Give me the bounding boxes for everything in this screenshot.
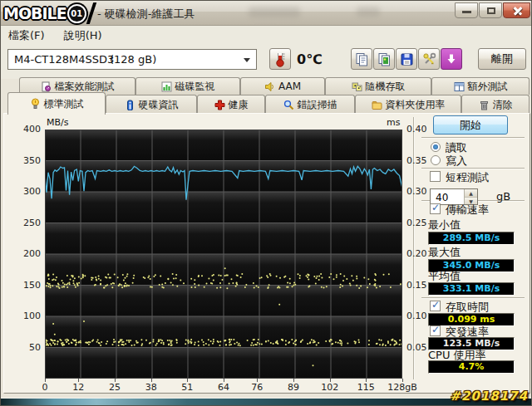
temperature-value: 0℃ [297,51,323,67]
tab-disk-info[interactable]: 硬碟資訊 [106,95,197,114]
tab-erase[interactable]: 清除 [461,95,530,114]
close-button[interactable] [503,2,530,18]
lamp-icon [30,98,41,110]
tab-label: 隨機存取 [366,80,406,94]
x-tick-mark [293,379,294,382]
short-test-label[interactable]: 短程測試 [446,170,489,185]
download-button[interactable] [441,48,462,70]
window-controls [454,2,530,18]
y-right-tick: 0.15 [406,280,436,291]
maximize-icon [487,7,495,14]
burst-rate-checkbox[interactable]: ✓ [430,325,441,336]
menu-file[interactable]: 檔案(F) [1,26,52,43]
title-bar[interactable]: MOBILE 01 - 硬碟檢測-維護工具 [1,1,532,26]
tab-label: 硬碟資訊 [139,98,179,112]
y-left-tick: 200 [12,248,41,259]
tab-random-access[interactable]: 隨機存取 [325,77,431,95]
menu-help[interactable]: 說明(H) [57,26,110,43]
check-icon: ✓ [431,324,440,335]
menu-bar: 檔案(F) 說明(H) [1,26,532,44]
tab-error-scan[interactable]: 錯誤掃描 [265,95,355,114]
x-tick-mark [45,379,46,382]
y-right-axis-unit: ms [387,117,400,128]
mobile01-logo-text: MOBILE [3,4,66,22]
disk-monitor-icon [161,81,172,92]
tab-health[interactable]: 健康 [197,95,265,114]
tab-label: 健康 [229,98,249,112]
avg-value: 333.1 MB/s [428,282,515,296]
radio-dot [433,144,438,149]
tab-label: 標準測試 [44,97,84,111]
mobile01-logo-badge: 01 [67,4,86,23]
x-tick-mark [257,379,258,382]
x-tick: 64 [207,382,240,393]
temperature-button[interactable] [269,48,291,70]
app-window: MOBILE 01 - 硬碟檢測-維護工具 檔案(F) 說明(H) M4-CT1… [0,0,532,406]
x-tick: 38 [135,382,168,393]
tab-label: 磁碟監視 [175,80,215,94]
speaker-icon [264,81,275,92]
copy-image-icon [377,52,392,66]
dice-icon [352,81,362,92]
x-tick-mark [151,379,152,382]
write-radio-label[interactable]: 寫入 [446,154,467,169]
tab-extra-test[interactable]: 額外測試 [431,77,530,95]
x-tick-mark [78,379,79,382]
x-tick: 128gB [386,382,419,393]
transfer-rate-label[interactable]: 傳輸速率 [446,203,489,218]
tab-aam[interactable]: AAM [240,77,325,95]
tab-label: 額外測試 [468,80,508,94]
tab-label: 檔案效能測試 [55,80,115,94]
copy-text-button[interactable] [351,48,372,70]
trash-icon [479,100,490,110]
health-cross-icon [214,100,225,110]
maximize-button[interactable] [479,2,502,18]
y-left-tick: 250 [12,218,41,228]
download-arrow-icon [445,52,458,66]
x-tick: 51 [170,382,204,393]
save-icon [400,52,414,66]
window-title: - 硬碟檢測-維護工具 [97,7,195,22]
x-tick: 89 [277,382,310,393]
thermometer-icon [273,51,287,67]
copy-text-icon [355,52,369,66]
tab-disk-monitor[interactable]: 磁碟監視 [135,77,240,95]
tab-label: 資料夾使用率 [386,98,446,112]
x-tick-mark [187,379,188,382]
toolbar: M4-CT128M4SSD3 (128 gB) 0℃ [1,44,532,79]
y-right-tick: 0.30 [406,186,436,197]
y-left-tick: 350 [12,155,41,166]
start-button[interactable]: 開始 [433,115,508,135]
forum-watermark: #2018174 [450,389,528,404]
y-left-tick: 100 [12,311,41,321]
spinner-up-button[interactable]: ▲ [465,189,477,197]
cpu-usage-value: 4.7% [428,360,515,374]
short-test-checkbox[interactable] [430,171,441,182]
copy-image-button[interactable] [373,48,395,70]
tab-standard-test[interactable]: 標準測試 [7,92,106,115]
chevron-down-icon [244,58,250,62]
x-tick-mark [366,379,367,382]
exit-button[interactable]: 離開 [478,48,526,70]
file-benchmark-icon [41,81,52,92]
options-button[interactable] [418,48,440,70]
censor-smudge [249,7,300,17]
transfer-rate-checkbox[interactable]: ✓ [430,203,441,214]
tab-label: AAM [278,81,301,92]
mobile01-logo-tail [86,2,96,24]
tab-folder-usage[interactable]: 資料夾使用率 [355,95,461,114]
save-button[interactable] [396,48,417,70]
y-right-tick: 0.25 [406,218,436,228]
read-radio[interactable] [431,142,441,152]
benchmark-plot [45,130,402,379]
y-right-tick: 0.05 [406,342,436,353]
x-tick-mark [115,379,116,382]
drive-select[interactable]: M4-CT128M4SSD3 (128 gB) [7,49,257,70]
x-tick-mark [402,379,403,382]
x-tick: 115 [349,382,382,393]
x-tick: 102 [313,382,347,393]
min-value: 289.5 MB/s [428,232,515,245]
minimize-button[interactable] [455,2,478,18]
drive-model: M4-CT128M4SSD3 [14,53,114,66]
check-icon: ✓ [431,299,440,311]
